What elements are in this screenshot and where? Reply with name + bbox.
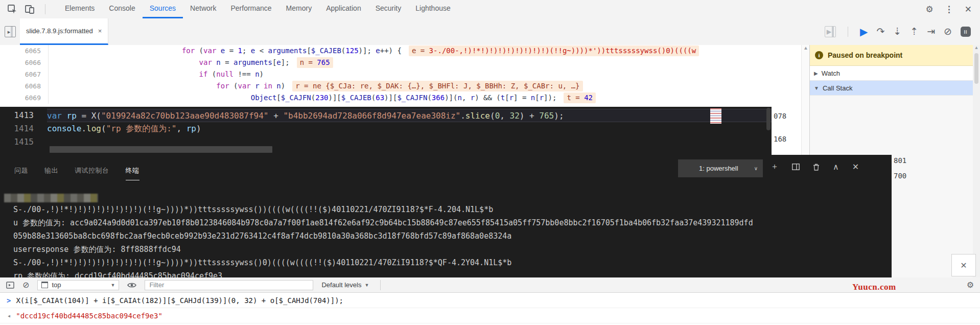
code-token: "b4bb2694ad728a066f8d947ea7eae308iz" bbox=[283, 111, 460, 121]
console-input-row[interactable]: > X(i[$_CAIAt(104)] + i[$_CAIAt(182)][$_… bbox=[0, 293, 980, 308]
pause-on-exceptions-button[interactable]: || bbox=[961, 27, 971, 37]
code-token: ]; bbox=[281, 58, 290, 66]
overlay-line: 1413var rp = X("019924a82c70bb123aae90d4… bbox=[0, 109, 772, 122]
device-toolbar-icon[interactable] bbox=[25, 4, 35, 14]
paused-banner-label: Paused on breakpoint bbox=[828, 51, 902, 59]
close-panel-icon[interactable]: ✕ bbox=[852, 162, 859, 172]
line-number[interactable]: 6067 bbox=[0, 68, 49, 80]
overlay-vertical-scrollbar[interactable] bbox=[766, 108, 771, 130]
line-number[interactable]: 6068 bbox=[0, 80, 49, 92]
line-number[interactable]: 6066 bbox=[0, 57, 49, 68]
inline-value-annotation: r = ne {$_CJa: re, $_DAK: {…}, $_BHFl: J… bbox=[292, 81, 582, 91]
code-token: 0 bbox=[495, 111, 500, 121]
kill-terminal-trash-icon[interactable] bbox=[813, 164, 820, 171]
code-token: n bbox=[457, 94, 461, 102]
inspect-element-icon[interactable] bbox=[7, 4, 17, 14]
step-out-button[interactable]: ⇡ bbox=[910, 27, 918, 37]
step-over-button[interactable]: ↷ bbox=[876, 27, 884, 37]
deactivate-breakpoints-button[interactable]: ⊘ bbox=[944, 27, 952, 37]
shell-selector-dropdown[interactable]: 1: powershell ∨ bbox=[678, 159, 763, 177]
context-selector-dropdown[interactable]: top ▼ bbox=[37, 280, 119, 290]
overlay-horizontal-scrollbar[interactable] bbox=[50, 146, 272, 153]
tab-lighthouse[interactable]: Lighthouse bbox=[408, 0, 458, 18]
console-result-value: "dccd19cf40bd44485c85bac094cef9e3" bbox=[16, 312, 162, 320]
code-token: r bbox=[255, 82, 259, 90]
code-token: ; bbox=[242, 47, 251, 55]
file-tab[interactable]: slide.7.8.9.js:formatted × bbox=[20, 18, 108, 45]
tab-network[interactable]: Network bbox=[183, 0, 223, 18]
maximize-panel-icon[interactable]: ∧ bbox=[833, 162, 839, 172]
close-button[interactable]: ✕ bbox=[951, 254, 976, 276]
minimap[interactable] bbox=[710, 108, 721, 124]
console-sidebar-toggle-icon[interactable] bbox=[6, 282, 14, 289]
code-token: $_CAJFN bbox=[281, 94, 311, 102]
tab-sources[interactable]: Sources bbox=[143, 0, 183, 18]
tab-elements[interactable]: Elements bbox=[58, 0, 102, 18]
terminal-tab-输出[interactable]: 输出 bbox=[44, 166, 58, 180]
console-drawer: ⊘ top ▼ Default levels ▼ ⚙ > X(i[$_CAIAt… bbox=[0, 277, 980, 325]
code-token: 765 bbox=[317, 58, 330, 66]
tab-console[interactable]: Console bbox=[102, 0, 142, 18]
code-token: e = bbox=[412, 47, 429, 55]
code-token: n = bbox=[300, 58, 317, 66]
code-token: 3-./00-,!)!*!)!)!)!)!)!)!)!)(!!g~))))*')… bbox=[429, 47, 696, 55]
terminal-tab-终端[interactable]: 终端 bbox=[126, 166, 139, 180]
code-token: t bbox=[501, 94, 505, 102]
editor-scrollbar[interactable]: ▲ bbox=[801, 45, 810, 155]
code-token: + bbox=[269, 111, 284, 121]
code-token: )][ bbox=[384, 94, 397, 102]
live-expression-eye-icon[interactable] bbox=[127, 282, 136, 288]
code-token: ) bbox=[281, 82, 285, 90]
sidebar-section-watch[interactable]: ▶ Watch bbox=[810, 66, 980, 81]
navigator-toggle-icon[interactable]: ▸ bbox=[5, 26, 16, 37]
terminal-tab-问题[interactable]: 问题 bbox=[14, 166, 28, 180]
code-token: n bbox=[276, 82, 281, 90]
line-number[interactable]: 6065 bbox=[0, 45, 49, 57]
terminal-line: S-./00-,!)!*!)!)!)!)!)!)!)!)(!!g~))))*))… bbox=[13, 256, 886, 269]
log-levels-dropdown[interactable]: Default levels ▼ bbox=[321, 281, 369, 289]
sidebar-section-call-stack[interactable]: ▼ Call Stack bbox=[810, 81, 980, 96]
source-line: 6067 if (null !== n) bbox=[0, 68, 801, 80]
console-settings-gear-icon[interactable]: ⚙ bbox=[967, 280, 974, 290]
code-token: var bbox=[47, 111, 62, 121]
line-number[interactable]: 6069 bbox=[0, 92, 49, 104]
code-token: [ bbox=[307, 47, 311, 55]
chevron-right-icon[interactable]: ▶ bbox=[814, 71, 818, 76]
line-number[interactable]: 1415 bbox=[0, 135, 47, 149]
file-tab-close-icon[interactable]: × bbox=[98, 27, 102, 35]
split-terminal-icon[interactable] bbox=[792, 164, 800, 170]
code-token: [ bbox=[535, 94, 539, 102]
line-number[interactable]: 1413 bbox=[0, 109, 47, 122]
kebab-menu-icon[interactable]: ⋮ bbox=[945, 4, 953, 15]
tab-performance[interactable]: Performance bbox=[223, 0, 278, 18]
tab-memory[interactable]: Memory bbox=[279, 0, 319, 18]
clear-console-icon[interactable]: ⊘ bbox=[22, 280, 29, 290]
code-token: for bbox=[216, 82, 229, 90]
debugger-panel-toggle-icon[interactable]: ▸ bbox=[825, 26, 836, 37]
close-devtools-icon[interactable]: ✕ bbox=[965, 4, 972, 15]
settings-gear-icon[interactable]: ⚙ bbox=[926, 4, 934, 15]
code-token: log bbox=[86, 124, 101, 133]
step-into-button[interactable]: ⇣ bbox=[893, 27, 901, 37]
tab-application[interactable]: Application bbox=[319, 0, 368, 18]
line-number[interactable]: 1414 bbox=[0, 122, 47, 135]
code-token bbox=[251, 82, 255, 90]
code-token: ( bbox=[490, 111, 495, 121]
new-terminal-icon[interactable]: ＋ bbox=[771, 161, 779, 172]
code-token: < bbox=[255, 47, 268, 55]
info-icon: i bbox=[815, 51, 823, 59]
console-input-code[interactable]: X(i[$_CAIAt(104)] + i[$_CAIAt(182)][$_CA… bbox=[16, 296, 343, 305]
terminal-tab-调试控制台[interactable]: 调试控制台 bbox=[75, 166, 109, 180]
step-button[interactable]: ⇥ bbox=[927, 27, 935, 37]
chevron-down-icon: ∨ bbox=[754, 166, 758, 171]
resume-script-button[interactable]: ▶ bbox=[860, 27, 868, 37]
sidebar-scrollbar[interactable]: ▲ bbox=[973, 45, 980, 277]
code-token: arguments bbox=[268, 47, 307, 55]
code-token: e bbox=[376, 47, 380, 55]
code-token: e bbox=[221, 47, 225, 55]
watch-section-label: Watch bbox=[822, 69, 840, 77]
console-filter-input[interactable] bbox=[145, 280, 313, 290]
chevron-down-icon[interactable]: ▼ bbox=[814, 85, 819, 91]
tab-security[interactable]: Security bbox=[368, 0, 409, 18]
console-toolbar: ⊘ top ▼ Default levels ▼ ⚙ bbox=[0, 277, 980, 293]
